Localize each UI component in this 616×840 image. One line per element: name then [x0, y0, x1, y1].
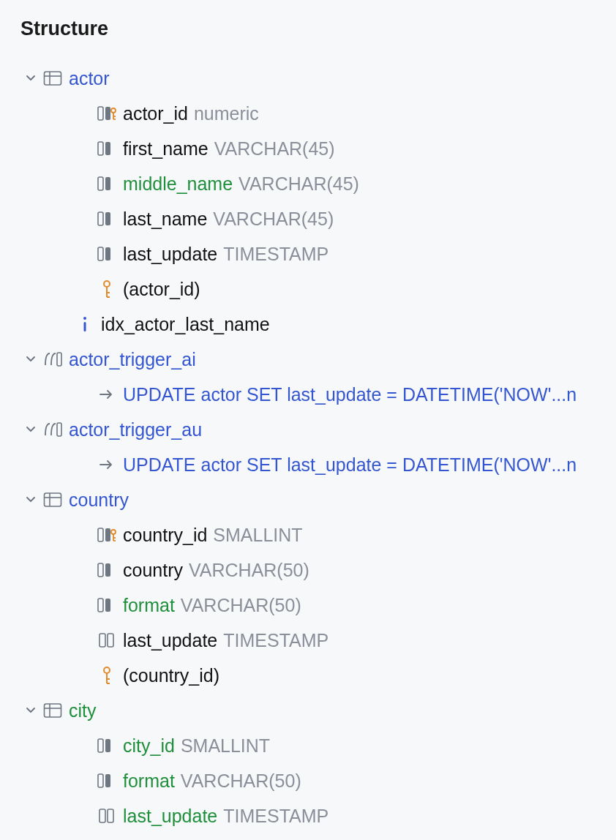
svg-rect-28: [98, 528, 103, 541]
row-type: TIMESTAMP: [223, 807, 328, 825]
tree-row-idx_actor[interactable]: idx_actor_last_name: [20, 307, 616, 342]
svg-rect-4: [105, 107, 110, 120]
row-label: actor_trigger_au: [69, 421, 202, 439]
row-label: idx_actor_last_name: [101, 315, 270, 334]
svg-rect-39: [108, 634, 113, 647]
svg-rect-34: [98, 563, 103, 577]
tree-row-country_pk[interactable]: (country_id): [20, 658, 616, 693]
tree-row-actor_trigger_ai[interactable]: actor_trigger_ai: [20, 342, 616, 377]
svg-rect-38: [99, 634, 105, 647]
tree-row-city[interactable]: city: [20, 693, 616, 728]
row-type: VARCHAR(45): [238, 175, 359, 193]
svg-rect-9: [98, 142, 103, 155]
key-icon: [95, 666, 119, 685]
tree-row-actor[interactable]: actor: [20, 61, 616, 96]
tree-row-city_format[interactable]: formatVARCHAR(50): [20, 763, 616, 798]
trigger-icon: [41, 421, 64, 438]
svg-rect-35: [105, 563, 110, 577]
tree-row-first_name[interactable]: first_nameVARCHAR(45): [20, 131, 616, 166]
tree-row-middle_name[interactable]: middle_nameVARCHAR(45): [20, 166, 616, 201]
col-key-icon: [95, 105, 119, 122]
tree-row-actor_id[interactable]: actor_idnumeric: [20, 96, 616, 131]
tree-row-city_id[interactable]: city_idSMALLINT: [20, 728, 616, 763]
tree: actoractor_idnumericfirst_nameVARCHAR(45…: [20, 61, 616, 833]
tree-row-country[interactable]: country: [20, 482, 616, 517]
row-type: TIMESTAMP: [223, 245, 328, 263]
row-label: format: [123, 596, 175, 615]
row-label: country_id: [123, 526, 207, 544]
row-label: country: [69, 491, 129, 509]
tree-row-actor_trigger_au[interactable]: actor_trigger_au: [20, 412, 616, 447]
svg-rect-51: [99, 809, 105, 822]
tree-row-country_id[interactable]: country_idSMALLINT: [20, 517, 616, 552]
chevron-down-icon[interactable]: [20, 494, 41, 506]
tree-row-last_update[interactable]: last_updateTIMESTAMP: [20, 236, 616, 271]
panel-title: Structure: [20, 18, 616, 40]
arrow-icon: [95, 387, 119, 402]
svg-rect-49: [98, 774, 103, 787]
tree-row-trigger_ai_body[interactable]: UPDATE actor SET last_update = DATETIME(…: [20, 377, 616, 412]
chevron-down-icon[interactable]: [20, 72, 41, 84]
trigger-icon: [41, 350, 64, 368]
svg-point-5: [111, 108, 116, 113]
row-type: TIMESTAMP: [223, 631, 328, 650]
row-label: country: [123, 561, 183, 580]
row-type: VARCHAR(50): [189, 561, 309, 580]
col-icon: [95, 561, 119, 579]
tree-row-trigger_au_body[interactable]: UPDATE actor SET last_update = DATETIME(…: [20, 447, 616, 482]
row-type: VARCHAR(50): [181, 596, 301, 615]
chevron-down-icon[interactable]: [20, 353, 41, 365]
chevron-down-icon[interactable]: [20, 705, 41, 716]
row-type: VARCHAR(50): [181, 772, 301, 790]
svg-rect-16: [105, 247, 110, 260]
svg-point-30: [111, 530, 116, 534]
col-icon: [95, 175, 119, 192]
svg-rect-15: [98, 247, 103, 260]
row-label: city_id: [123, 737, 175, 755]
row-type: SMALLINT: [213, 526, 302, 544]
svg-rect-37: [105, 599, 110, 612]
svg-rect-36: [98, 599, 103, 612]
table-icon: [41, 70, 64, 86]
svg-rect-12: [105, 177, 110, 190]
structure-panel: Structure actoractor_idnumericfirst_name…: [0, 0, 616, 833]
row-label: UPDATE actor SET last_update = DATETIME(…: [123, 386, 576, 404]
col-plain-icon: [95, 632, 119, 648]
tree-row-actor_pk[interactable]: (actor_id): [20, 271, 616, 307]
svg-rect-29: [105, 528, 110, 541]
svg-rect-25: [45, 493, 61, 506]
svg-rect-48: [105, 739, 110, 752]
col-icon: [95, 772, 119, 790]
svg-rect-10: [105, 142, 110, 155]
col-icon: [95, 737, 119, 754]
key-icon: [95, 280, 119, 299]
col-icon: [95, 140, 119, 157]
svg-rect-23: [57, 353, 61, 366]
svg-point-17: [104, 281, 110, 287]
row-label: first_name: [123, 140, 209, 158]
svg-rect-14: [105, 212, 110, 225]
svg-point-40: [104, 667, 110, 673]
svg-rect-11: [98, 177, 103, 190]
row-type: VARCHAR(45): [213, 210, 334, 228]
svg-rect-50: [105, 774, 110, 787]
arrow-icon: [95, 457, 119, 472]
chevron-down-icon[interactable]: [20, 424, 41, 435]
tree-row-country_lu[interactable]: last_updateTIMESTAMP: [20, 623, 616, 658]
table-icon: [41, 702, 64, 719]
row-label: format: [123, 772, 175, 790]
row-label: middle_name: [123, 175, 233, 193]
svg-rect-13: [98, 212, 103, 225]
col-icon: [95, 210, 119, 228]
tree-row-country_col[interactable]: countryVARCHAR(50): [20, 552, 616, 588]
svg-rect-52: [108, 809, 113, 822]
tree-row-country_format[interactable]: formatVARCHAR(50): [20, 588, 616, 623]
row-label: actor_trigger_ai: [69, 350, 196, 369]
svg-rect-0: [45, 72, 61, 85]
svg-rect-22: [84, 322, 86, 331]
svg-point-21: [83, 317, 86, 320]
tree-row-city_lu[interactable]: last_updateTIMESTAMP: [20, 798, 616, 833]
svg-rect-44: [45, 704, 61, 717]
row-label: last_update: [123, 807, 217, 825]
tree-row-last_name[interactable]: last_nameVARCHAR(45): [20, 201, 616, 236]
